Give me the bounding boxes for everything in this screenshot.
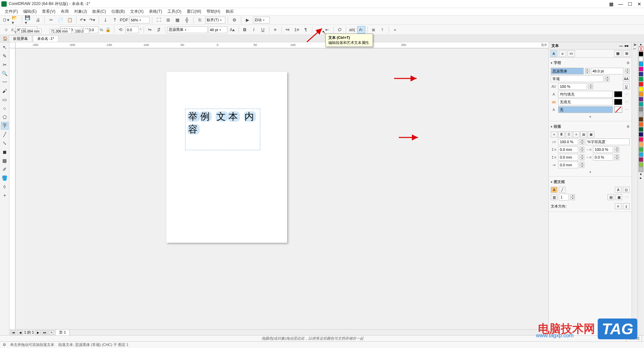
cut-button[interactable]: ✂ [47, 16, 55, 24]
polygon-tool[interactable]: ⬠ [1, 113, 8, 121]
rectangle-tool[interactable]: ▭ [1, 96, 8, 103]
palette-down-button[interactable]: ▾ [638, 172, 644, 176]
ellipse-tool[interactable]: ○ [1, 105, 8, 112]
menu-layout[interactable]: 布局 [58, 9, 71, 14]
page-prev-button[interactable]: ◀ [17, 330, 23, 335]
menu-help[interactable]: 帮助(H) [204, 9, 223, 14]
lock-ratio-button[interactable]: 🔒 [104, 26, 112, 34]
align-right-p-button[interactable]: ≡ [573, 131, 580, 137]
column-settings-1[interactable]: ▤ [607, 194, 614, 200]
menu-bitmap[interactable]: 位图(B) [109, 9, 127, 14]
fullscreen-button[interactable]: ⛶ [155, 16, 163, 24]
outline-swatch[interactable] [614, 107, 622, 113]
open-button[interactable]: 📂▾ [11, 16, 19, 24]
rotation-input[interactable] [125, 26, 139, 33]
font-size-dropdown[interactable]: 48 pt [209, 26, 227, 33]
import-button[interactable]: ⤓ [101, 16, 109, 24]
welcome-tab[interactable]: 欢迎屏幕 [9, 35, 32, 42]
line-spacing-input[interactable]: 100.0 % [558, 138, 578, 145]
new-button[interactable]: 🗋▾ [2, 16, 10, 24]
add-button[interactable]: ＋ [391, 26, 399, 34]
app-options-icon[interactable]: ▦ [608, 1, 614, 7]
underline-button[interactable]: U [259, 26, 267, 34]
column-settings-2[interactable]: ▦ [615, 194, 622, 200]
shape-tool[interactable]: ✎ [1, 52, 8, 60]
color-swatch[interactable] [639, 52, 643, 56]
allcaps-button[interactable]: AA [623, 76, 630, 82]
color-swatch[interactable] [639, 72, 643, 76]
home-tab-button[interactable]: 🏠 [1, 35, 9, 42]
edit-text-button[interactable]: ab| [348, 26, 356, 34]
page-next-button[interactable]: ▶ [35, 330, 41, 335]
columns-button[interactable]: ≣ [370, 26, 378, 34]
increase-font-button[interactable]: A▴ [228, 26, 236, 34]
undo-button[interactable]: ↶▾ [79, 16, 87, 24]
color-swatch[interactable] [639, 77, 643, 81]
docker-font-dropdown[interactable]: 思源黑体 [551, 68, 584, 74]
columns-input[interactable]: 1 [559, 194, 569, 200]
close-button[interactable]: ✕ [636, 1, 643, 7]
bold-button[interactable]: B [241, 26, 249, 34]
guides-button[interactable]: ╬ [183, 16, 191, 24]
eyedropper-tool[interactable]: ✐ [1, 166, 8, 173]
page-tab[interactable]: 页 1 [55, 329, 69, 336]
ruler-horizontal[interactable]: 毫米 -250 -200 -150 -100 -50 0 50 100 150 … [15, 42, 548, 48]
color-swatch[interactable] [639, 132, 643, 137]
color-swatch[interactable] [639, 127, 643, 132]
h-input[interactable] [50, 29, 72, 34]
grid-button[interactable]: ▦ [173, 16, 181, 24]
color-swatch[interactable] [639, 87, 643, 92]
frame-fill-button[interactable]: A [551, 187, 557, 193]
numbered-button[interactable]: 1≡ [293, 26, 301, 34]
maximize-button[interactable]: ☐ [627, 1, 633, 7]
color-swatch[interactable] [639, 142, 643, 147]
page-add-button[interactable]: ＋ [49, 330, 54, 335]
menu-window[interactable]: 窗口(W) [184, 9, 204, 14]
add-tool-button[interactable]: ＋ [1, 192, 8, 199]
align-none-button[interactable]: ≡ [551, 131, 557, 137]
text-frame[interactable]: 举例 文本 内容 [185, 109, 260, 150]
fit-text-button[interactable]: ⊡ [623, 187, 630, 193]
color-swatch[interactable] [639, 107, 643, 112]
font-family-dropdown[interactable]: 思源黑体 [167, 26, 208, 33]
paste-button[interactable]: 📋 [66, 16, 74, 24]
outline-type-dropdown[interactable]: 无 [558, 106, 613, 113]
launch-dropdown[interactable]: 启动 [253, 17, 270, 23]
color-swatch[interactable] [639, 82, 643, 86]
menu-text[interactable]: 文本(X) [127, 9, 146, 14]
tab-settings-button[interactable]: ⫯ [379, 26, 387, 34]
direction-v-button[interactable]: ⫿ [623, 203, 630, 209]
direction-h-button[interactable]: ≡ [615, 203, 622, 209]
outline-tool[interactable]: ◊ [1, 183, 8, 190]
dropshadow-tool[interactable]: ◼ [1, 148, 8, 156]
zoom-dropdown[interactable]: 58% [129, 17, 150, 23]
pdf-button[interactable]: PDF [120, 16, 128, 24]
fill-tool[interactable]: 🪣 [1, 174, 8, 182]
snap-button[interactable]: ⊞ [164, 16, 172, 24]
color-swatch[interactable] [639, 97, 643, 102]
mirror-v-button[interactable]: ⇵ [155, 26, 163, 34]
transparency-tool[interactable]: ▩ [1, 157, 8, 164]
menu-effects[interactable]: 效果(C) [90, 9, 109, 14]
pick-tool[interactable]: ↖ [1, 44, 8, 51]
first-line-input[interactable]: 100.0 % [593, 146, 613, 153]
color-swatch[interactable] [639, 152, 643, 157]
color-swatch[interactable] [639, 57, 643, 61]
page-last-button[interactable]: ⏭ [42, 330, 47, 335]
align-left-button[interactable]: ≡ [271, 26, 279, 34]
before-input[interactable]: 0.0 mm [558, 146, 578, 153]
launch-icon[interactable]: ▶ [244, 16, 252, 24]
docker-tab-more1[interactable]: ▦ [614, 50, 622, 57]
color-swatch[interactable] [639, 147, 643, 152]
after-input[interactable]: 0.0 mm [558, 154, 578, 161]
y-input[interactable] [19, 29, 42, 34]
ruler-vertical[interactable] [9, 48, 15, 335]
docker-tab-character[interactable]: A [550, 50, 557, 57]
align-left-p-button[interactable]: ≣ [558, 131, 565, 137]
connector-tool[interactable]: ⤡ [1, 139, 8, 147]
mirror-h-button[interactable]: ⇋ [146, 26, 154, 34]
align-force-button[interactable]: ▦ [588, 131, 594, 137]
parallel-dim-tool[interactable]: ╱ [1, 131, 8, 138]
color-swatch[interactable] [639, 122, 643, 127]
italic-button[interactable]: I [250, 26, 258, 34]
